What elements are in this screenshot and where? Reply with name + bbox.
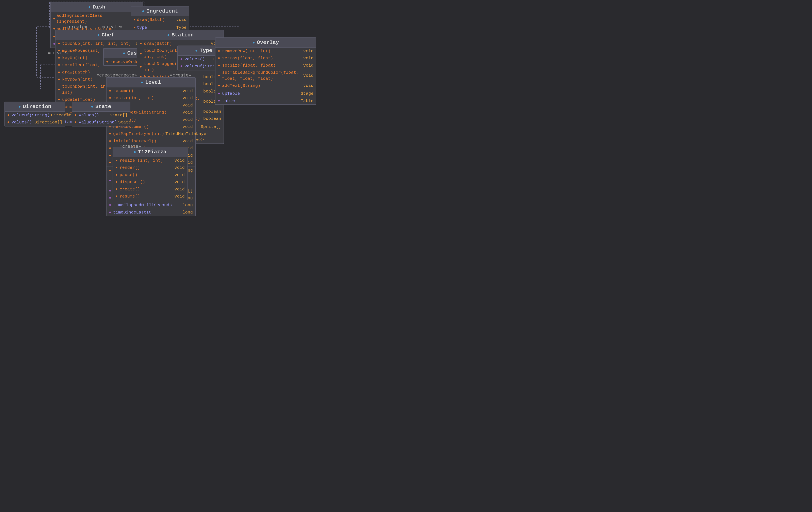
t12piazza-class: ● T12Piazza ●resize (int, int)void ●rend… (113, 147, 187, 200)
level-title: Level (145, 79, 161, 85)
type-icon: ● (195, 48, 198, 53)
method-text: draw(Batch) (137, 17, 165, 23)
t12piazza-header: ● T12Piazza (113, 147, 187, 157)
station-title: Station (172, 32, 194, 38)
ingredient-method-1: ● draw(Batch) void (131, 16, 189, 23)
create-label-dish: «create» (66, 24, 87, 29)
chef-icon: ● (97, 33, 99, 37)
t12piazza-title: T12Piazza (138, 149, 167, 155)
level-m7: ●getMapTileLayer(int)TiledMapTileLayer (107, 130, 195, 138)
level-m1: ●resume()void (107, 87, 195, 94)
type-title: Type (200, 48, 212, 54)
t12-m6: ●resume()void (113, 193, 187, 200)
overlay-m3: ●setSize(float, float)void (215, 62, 316, 69)
direction-class: ● Direction ●valueOf(String)Direction ●v… (4, 101, 65, 126)
level-header: ● Level (107, 78, 195, 87)
vis-icon: ● (134, 17, 136, 22)
dish-title: Dish (93, 4, 105, 10)
create-label-t12: «create» (119, 144, 141, 149)
dish-icon: ● (88, 5, 91, 9)
vis-icon: ● (53, 16, 55, 21)
create-label-station: «create» (170, 72, 191, 78)
create-label-chef: «create» (96, 72, 118, 78)
t12-m4: ●dispose ()void (113, 179, 187, 186)
t12-m5: ●create()void (113, 186, 187, 193)
state-f2: ●valueOf(String)State (72, 119, 130, 126)
customer-icon: ● (123, 51, 125, 56)
vis-icon: ● (134, 25, 136, 30)
state-class: ● State ●values()State[] ●valueOf(String… (72, 101, 130, 126)
overlay-m1: ●removeRow(int, int)void (215, 48, 316, 55)
overlay-class: ● Overlay ●removeRow(int, int)void ●setP… (215, 37, 316, 105)
direction-f2: ●values()Direction[] (5, 119, 65, 126)
t12piazza-icon: ● (134, 150, 136, 154)
overlay-header: ● Overlay (215, 38, 316, 48)
level-icon: ● (141, 80, 143, 85)
level-f5: ●timeElapsedMilliSecondslong (107, 202, 195, 209)
state-header: ● State (72, 102, 130, 112)
level-m2: ●resize(int, int)void (107, 94, 195, 101)
overlay-f1: ●upTableStage (215, 90, 316, 97)
create-label-customer: «create» (115, 72, 137, 78)
state-f1: ●values()State[] (72, 112, 130, 119)
ingredient-class: ● Ingredient ● draw(Batch) void ● type T… (130, 6, 189, 32)
overlay-m5: ●addText(String)void (215, 82, 316, 89)
ingredient-title: Ingredient (146, 8, 178, 14)
create-label-ingredient: «create» (101, 24, 123, 29)
overlay-f2: ●tableTable (215, 97, 316, 104)
station-icon: ● (167, 33, 170, 37)
direction-f1: ●valueOf(String)Direction (5, 112, 65, 119)
station-header: ● Station (137, 30, 224, 40)
t12-m3: ●pause()void (113, 172, 187, 179)
overlay-m4: ●setTableBackgroundColor(float, float, f… (215, 69, 316, 82)
overlay-icon: ● (252, 40, 255, 45)
state-icon: ● (91, 104, 93, 109)
direction-header: ● Direction (5, 102, 65, 112)
overlay-title: Overlay (257, 39, 279, 46)
chef-title: Chef (102, 32, 114, 38)
direction-title: Direction (23, 103, 51, 110)
create-label-chef2: «create» (48, 50, 69, 55)
direction-icon: ● (19, 104, 21, 109)
level-f6: ●timeSinceLastIOlong (107, 209, 195, 216)
dish-method-1: ● addIngridientClass (Ingredient) void (51, 12, 143, 25)
state-title: State (95, 103, 111, 110)
ingredient-header: ● Ingredient (131, 6, 189, 16)
ingredient-icon: ● (142, 9, 144, 13)
dish-header: ● Dish (51, 2, 143, 12)
t12-m1: ●resize (int, int)void (113, 157, 187, 164)
overlay-m2: ●setPos(float, float)void (215, 55, 316, 62)
t12-m2: ●render()void (113, 164, 187, 171)
method-text: addIngridientClass (Ingredient) (57, 13, 129, 25)
